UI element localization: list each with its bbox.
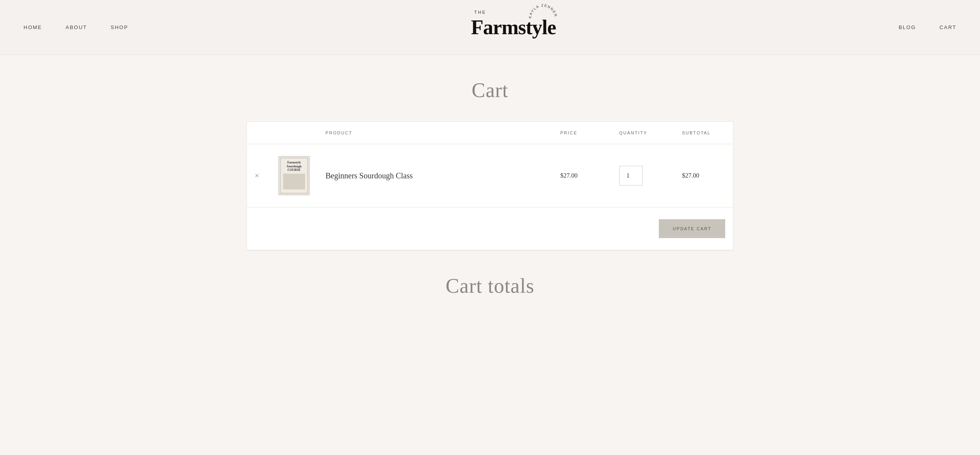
logo-arc-svg: KAYLA ZENNER bbox=[527, 3, 559, 34]
nav-right: BLOG CART bbox=[899, 24, 956, 30]
product-name: Beginners Sourdough Class bbox=[325, 171, 413, 180]
cart-actions-cell: UPDATE CART bbox=[247, 207, 733, 250]
product-name-cell: Beginners Sourdough Class bbox=[318, 144, 552, 207]
nav-about[interactable]: ABOUT bbox=[66, 24, 87, 30]
col-header-product: PRODUCT bbox=[318, 122, 552, 144]
nav-blog[interactable]: BLOG bbox=[899, 24, 916, 30]
site-header: HOME ABOUT SHOP THE Farmstyle KAYLA ZENN… bbox=[0, 0, 980, 55]
product-image-body bbox=[283, 174, 305, 189]
col-header-subtotal: SUBTOTAL bbox=[674, 122, 733, 144]
logo-the-text: THE bbox=[474, 10, 486, 15]
quantity-cell bbox=[611, 144, 674, 207]
cart-totals-title: Cart totals bbox=[247, 274, 733, 297]
svg-text:KAYLA ZENNER: KAYLA ZENNER bbox=[528, 3, 558, 18]
nav-cart[interactable]: CART bbox=[940, 24, 956, 30]
nav-left: HOME ABOUT SHOP bbox=[24, 24, 128, 30]
table-row: × FarmstyleSourdoughCOURSE Beginners Sou… bbox=[247, 144, 733, 207]
quantity-input[interactable] bbox=[619, 166, 643, 185]
col-header-quantity: QUANTITY bbox=[611, 122, 674, 144]
col-header-image bbox=[271, 122, 318, 144]
product-subtotal: $27.00 bbox=[682, 172, 699, 179]
col-header-price: PRICE bbox=[552, 122, 611, 144]
cart-table-wrapper: PRODUCT PRICE QUANTITY SUBTOTAL × Farmst… bbox=[247, 121, 733, 251]
remove-cell: × bbox=[247, 144, 271, 207]
update-cart-button[interactable]: UPDATE CART bbox=[659, 219, 725, 238]
nav-shop[interactable]: SHOP bbox=[111, 24, 128, 30]
nav-home[interactable]: HOME bbox=[24, 24, 42, 30]
table-header-row: PRODUCT PRICE QUANTITY SUBTOTAL bbox=[247, 122, 733, 144]
image-cell: FarmstyleSourdoughCOURSE bbox=[271, 144, 318, 207]
price-cell: $27.00 bbox=[552, 144, 611, 207]
cart-table: PRODUCT PRICE QUANTITY SUBTOTAL × Farmst… bbox=[247, 122, 733, 250]
logo[interactable]: THE Farmstyle KAYLA ZENNER bbox=[474, 6, 553, 49]
remove-item-button[interactable]: × bbox=[255, 172, 259, 179]
page-title: Cart bbox=[247, 79, 733, 102]
cart-actions-row: UPDATE CART bbox=[247, 207, 733, 250]
product-image: FarmstyleSourdoughCOURSE bbox=[278, 156, 310, 195]
product-image-title: FarmstyleSourdoughCOURSE bbox=[287, 161, 302, 172]
cart-totals-section: Cart totals bbox=[247, 274, 733, 297]
col-header-remove bbox=[247, 122, 271, 144]
main-content: Cart PRODUCT PRICE QUANTITY SUBTOTAL × bbox=[215, 55, 765, 329]
product-image-inner: FarmstyleSourdoughCOURSE bbox=[280, 158, 308, 193]
product-price: $27.00 bbox=[560, 172, 578, 179]
subtotal-cell: $27.00 bbox=[674, 144, 733, 207]
